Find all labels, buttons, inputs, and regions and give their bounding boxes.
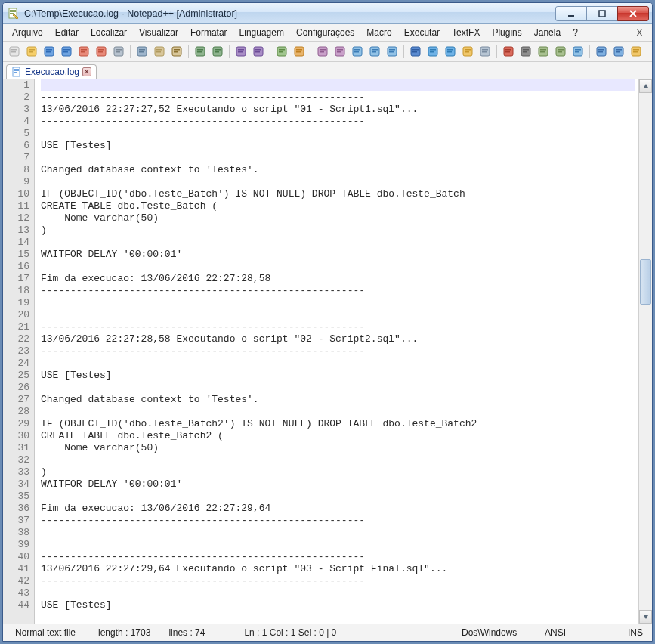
indent-guide-icon[interactable] (384, 43, 400, 60)
menu-janela[interactable]: Janela (528, 26, 567, 39)
editor-line[interactable]: USE [Testes] (41, 599, 635, 611)
menu-linguagem[interactable]: Linguagem (233, 26, 290, 39)
undo-icon[interactable] (192, 43, 209, 60)
editor-line[interactable]: ----------------------------------------… (41, 91, 635, 104)
play-multi-icon[interactable] (552, 43, 569, 60)
minimize-button[interactable] (555, 6, 587, 21)
editor-line[interactable]: 13/06/2016 22:27:29,64 Executando o scri… (41, 563, 635, 575)
sync-h-icon[interactable] (332, 43, 348, 60)
editor-line[interactable] (41, 406, 635, 418)
folder-panel-icon[interactable] (459, 43, 476, 60)
editor-line[interactable] (41, 358, 635, 370)
editor-line[interactable]: WAITFOR DELAY '00:00:01' (41, 478, 635, 491)
editor-line[interactable]: 13/06/2016 22:27:27,52 Executando o scri… (41, 104, 635, 116)
stop-macro-icon[interactable] (518, 43, 534, 60)
editor-line[interactable] (41, 309, 635, 321)
editor-line[interactable] (41, 491, 635, 503)
editor-line[interactable] (41, 128, 635, 140)
maximize-button[interactable] (586, 6, 618, 21)
editor-line[interactable]: ----------------------------------------… (41, 575, 635, 587)
find-icon[interactable] (233, 43, 249, 60)
lang-user-icon[interactable] (407, 43, 424, 60)
menu-textfx[interactable]: TextFX (446, 26, 486, 39)
tab-close-button[interactable]: ✕ (82, 67, 91, 76)
editor-line[interactable]: ----------------------------------------… (41, 321, 635, 333)
menu-editar[interactable]: Editar (49, 26, 85, 39)
monitoring-icon[interactable] (477, 43, 493, 60)
save-icon[interactable] (41, 43, 57, 60)
editor-line[interactable]: Changed database context to 'Testes'. (41, 394, 635, 406)
menu-help[interactable]: ? (567, 26, 584, 39)
editor-line[interactable] (41, 79, 635, 91)
editor-line[interactable]: ) (41, 466, 635, 478)
editor-line[interactable]: Nome varchar(50) (41, 442, 635, 454)
editor-line[interactable]: IF (OBJECT_ID('dbo.Teste_Batch2') IS NOT… (41, 418, 635, 430)
menu-macro[interactable]: Macro (360, 26, 397, 39)
print-icon[interactable] (110, 43, 127, 60)
editor-line[interactable] (41, 587, 635, 599)
close-file-icon[interactable] (76, 43, 92, 60)
save-macro-icon[interactable] (570, 43, 586, 60)
editor-line[interactable]: ----------------------------------------… (41, 285, 635, 297)
editor-line[interactable]: USE [Testes] (41, 370, 635, 382)
plugin2-icon[interactable] (610, 43, 627, 60)
redo-icon[interactable] (209, 43, 226, 60)
doc-map-icon[interactable] (425, 43, 441, 60)
editor-line[interactable]: USE [Testes] (41, 140, 635, 152)
editor-line[interactable]: Changed database context to 'Testes'. (41, 164, 635, 176)
zoom-out-icon[interactable] (291, 43, 307, 60)
tab-execucao-log[interactable]: Execucao.log ✕ (6, 64, 97, 79)
all-chars-icon[interactable] (366, 43, 383, 60)
plugin1-icon[interactable] (593, 43, 610, 60)
cut-icon[interactable] (134, 43, 150, 60)
menu-executar[interactable]: Executar (398, 26, 446, 39)
editor-line[interactable]: ----------------------------------------… (41, 551, 635, 563)
editor-line[interactable]: ) (41, 224, 635, 237)
sync-v-icon[interactable] (314, 43, 331, 60)
record-macro-icon[interactable] (500, 43, 517, 60)
play-macro-icon[interactable] (535, 43, 551, 60)
text-editor[interactable]: ----------------------------------------… (35, 79, 638, 624)
editor-line[interactable] (41, 539, 635, 551)
editor-line[interactable]: CREATE TABLE dbo.Teste_Batch2 ( (41, 430, 635, 442)
func-list-icon[interactable] (442, 43, 459, 60)
editor-line[interactable]: Fim da execucao: 13/06/2016 22:27:29,64 (41, 503, 635, 515)
editor-line[interactable] (41, 261, 635, 273)
editor-line[interactable] (41, 237, 635, 249)
editor-line[interactable]: ----------------------------------------… (41, 515, 635, 527)
editor-line[interactable] (41, 176, 635, 188)
titlebar[interactable]: C:\Temp\Execucao.log - Notepad++ [Admini… (3, 3, 652, 24)
paste-icon[interactable] (168, 43, 185, 60)
editor-line[interactable] (41, 297, 635, 309)
close-button[interactable] (617, 6, 649, 21)
new-file-icon[interactable] (6, 43, 23, 60)
editor-line[interactable]: ----------------------------------------… (41, 116, 635, 128)
open-file-icon[interactable] (23, 43, 40, 60)
editor-line[interactable] (41, 454, 635, 466)
menu-visualizar[interactable]: Visualizar (133, 26, 184, 39)
vertical-scrollbar[interactable] (638, 79, 652, 624)
replace-icon[interactable] (250, 43, 267, 60)
menu-localizar[interactable]: Localizar (85, 26, 133, 39)
copy-icon[interactable] (151, 43, 168, 60)
menu-arquivo[interactable]: Arquivo (6, 26, 49, 39)
editor-line[interactable] (41, 152, 635, 164)
editor-line[interactable]: ----------------------------------------… (41, 345, 635, 358)
editor-line[interactable] (41, 382, 635, 394)
editor-line[interactable]: 13/06/2016 22:27:28,58 Executando o scri… (41, 333, 635, 345)
word-wrap-icon[interactable] (349, 43, 366, 60)
zoom-in-icon[interactable] (273, 43, 290, 60)
close-all-icon[interactable] (93, 43, 110, 60)
editor-line[interactable]: Fim da execucao: 13/06/2016 22:27:28,58 (41, 273, 635, 285)
editor-line[interactable]: Nome varchar(50) (41, 212, 635, 224)
editor-line[interactable]: WAITFOR DELAY '00:00:01' (41, 249, 635, 261)
scroll-thumb[interactable] (640, 259, 651, 305)
menu-close-x[interactable]: X (630, 26, 649, 39)
dropdown-icon[interactable] (628, 43, 644, 60)
editor-line[interactable]: IF (OBJECT_ID('dbo.Teste_Batch') IS NOT … (41, 188, 635, 200)
menu-configuracoes[interactable]: Configurações (290, 26, 360, 39)
editor-line[interactable] (41, 527, 635, 539)
editor-line[interactable]: CREATE TABLE dbo.Teste_Batch ( (41, 200, 635, 212)
save-all-icon[interactable] (58, 43, 75, 60)
scroll-track[interactable] (639, 93, 652, 610)
